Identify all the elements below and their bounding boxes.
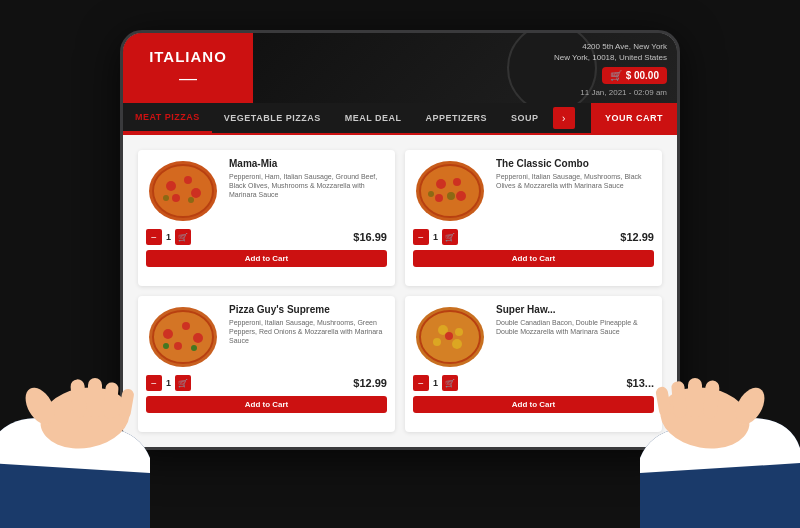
pizza-img-4 [413, 304, 488, 369]
qty-minus-4[interactable]: − [413, 375, 429, 391]
card-bottom-1: − 1 🛒 $16.99 [146, 229, 387, 245]
pizza-price-1: $16.99 [353, 231, 387, 243]
logo-text: ITALIANO [149, 48, 227, 65]
header-bg: 4200 5th Ave, New York New York, 10018, … [253, 33, 677, 103]
nav-vegetable-pizzas[interactable]: VEGETABLE PIZZAS [212, 103, 333, 133]
svg-rect-38 [88, 378, 102, 418]
svg-point-15 [447, 192, 455, 200]
card-top-1: Mama-Mia Pepperoni, Ham, Italian Sausage… [146, 158, 387, 223]
pizza-desc-2: Pepperoni, Italian Sausage, Mushrooms, B… [496, 172, 654, 190]
pizza-price-2: $12.99 [620, 231, 654, 243]
logo-icon: — [179, 68, 197, 89]
svg-point-21 [182, 322, 190, 330]
card-info-3: Pizza Guy's Supreme Pepperoni, Italian S… [229, 304, 387, 369]
qty-controls-1: − 1 🛒 [146, 229, 191, 245]
add-cart-btn-1[interactable]: Add to Cart [146, 250, 387, 267]
your-cart-tab[interactable]: YOUR CART [591, 103, 677, 133]
svg-point-12 [453, 178, 461, 186]
qty-val-2: 1 [433, 232, 438, 242]
nav-soup[interactable]: SOUP [499, 103, 551, 133]
svg-point-2 [166, 181, 176, 191]
qty-icon-4: 🛒 [442, 375, 458, 391]
cart-amount: $ 00.00 [626, 70, 659, 81]
card-top-3: Pizza Guy's Supreme Pepperoni, Italian S… [146, 304, 387, 369]
add-cart-btn-3[interactable]: Add to Cart [146, 396, 387, 413]
svg-point-20 [163, 329, 173, 339]
svg-point-5 [172, 194, 180, 202]
header-info: 4200 5th Ave, New York New York, 10018, … [554, 41, 667, 84]
svg-rect-46 [655, 386, 672, 418]
header-datetime: 11 Jan, 2021 - 02:09 am [580, 88, 667, 97]
pizza-card-3: Pizza Guy's Supreme Pepperoni, Italian S… [138, 296, 395, 432]
pizza-desc-3: Pepperoni, Italian Sausage, Mushrooms, G… [229, 318, 387, 345]
qty-controls-4: − 1 🛒 [413, 375, 458, 391]
tablet-frame: ITALIANO — 4200 5th Ave, New York New Yo… [120, 30, 680, 450]
hand-right [630, 328, 800, 528]
nav-appetizers[interactable]: APPETIZERS [414, 103, 500, 133]
add-cart-btn-4[interactable]: Add to Cart [413, 396, 654, 413]
svg-rect-44 [688, 378, 702, 418]
content-area: Mama-Mia Pepperoni, Ham, Italian Sausage… [123, 135, 677, 447]
svg-point-11 [436, 179, 446, 189]
hand-left [0, 328, 160, 528]
qty-icon-2: 🛒 [442, 229, 458, 245]
qty-val-3: 1 [166, 378, 171, 388]
cart-icon: 🛒 [610, 70, 622, 81]
svg-point-7 [188, 197, 194, 203]
svg-point-32 [433, 338, 441, 346]
nav-next-arrow[interactable]: › [553, 107, 575, 129]
svg-point-23 [174, 342, 182, 350]
pizza-name-3: Pizza Guy's Supreme [229, 304, 387, 315]
svg-point-24 [191, 345, 197, 351]
pizza-desc-1: Pepperoni, Ham, Italian Sausage, Ground … [229, 172, 387, 199]
svg-point-16 [428, 191, 434, 197]
logo-area: ITALIANO — [123, 33, 253, 103]
card-top-4: Super Haw... Double Canadian Bacon, Doub… [413, 304, 654, 369]
card-bottom-3: − 1 🛒 $12.99 [146, 375, 387, 391]
svg-point-25 [163, 343, 169, 349]
svg-point-33 [445, 332, 453, 340]
pizza-card-4: Super Haw... Double Canadian Bacon, Doub… [405, 296, 662, 432]
add-cart-btn-2[interactable]: Add to Cart [413, 250, 654, 267]
svg-point-30 [455, 328, 463, 336]
pizza-img-1 [146, 158, 221, 223]
card-bottom-4: − 1 🛒 $13... [413, 375, 654, 391]
pizza-img-2 [413, 158, 488, 223]
qty-val-1: 1 [166, 232, 171, 242]
card-bottom-2: − 1 🛒 $12.99 [413, 229, 654, 245]
tablet-screen: ITALIANO — 4200 5th Ave, New York New Yo… [123, 33, 677, 447]
pizza-name-1: Mama-Mia [229, 158, 387, 169]
qty-minus-2[interactable]: − [413, 229, 429, 245]
qty-icon-3: 🛒 [175, 375, 191, 391]
qty-val-4: 1 [433, 378, 438, 388]
nav-bar: MEAT PIZZAS VEGETABLE PIZZAS MEAL DEAL A… [123, 103, 677, 135]
header-cart[interactable]: 🛒 $ 00.00 [602, 67, 667, 84]
svg-point-6 [163, 195, 169, 201]
pizza-card-1: Mama-Mia Pepperoni, Ham, Italian Sausage… [138, 150, 395, 286]
svg-rect-40 [118, 388, 135, 420]
app-header: ITALIANO — 4200 5th Ave, New York New Yo… [123, 33, 677, 103]
header-address: 4200 5th Ave, New York New York, 10018, … [554, 41, 667, 63]
card-info-2: The Classic Combo Pepperoni, Italian Sau… [496, 158, 654, 223]
svg-point-3 [184, 176, 192, 184]
pizza-price-3: $12.99 [353, 377, 387, 389]
pizza-name-4: Super Haw... [496, 304, 654, 315]
nav-meal-deal[interactable]: MEAL DEAL [333, 103, 414, 133]
svg-point-31 [452, 339, 462, 349]
card-top-2: The Classic Combo Pepperoni, Italian Sau… [413, 158, 654, 223]
svg-point-22 [193, 333, 203, 343]
qty-icon-1: 🛒 [175, 229, 191, 245]
qty-controls-2: − 1 🛒 [413, 229, 458, 245]
svg-point-4 [191, 188, 201, 198]
scene: ITALIANO — 4200 5th Ave, New York New Yo… [0, 0, 800, 528]
svg-point-13 [456, 191, 466, 201]
card-info-1: Mama-Mia Pepperoni, Ham, Italian Sausage… [229, 158, 387, 223]
svg-point-14 [435, 194, 443, 202]
nav-meat-pizzas[interactable]: MEAT PIZZAS [123, 103, 212, 133]
qty-minus-1[interactable]: − [146, 229, 162, 245]
pizza-card-2: The Classic Combo Pepperoni, Italian Sau… [405, 150, 662, 286]
pizza-name-2: The Classic Combo [496, 158, 654, 169]
